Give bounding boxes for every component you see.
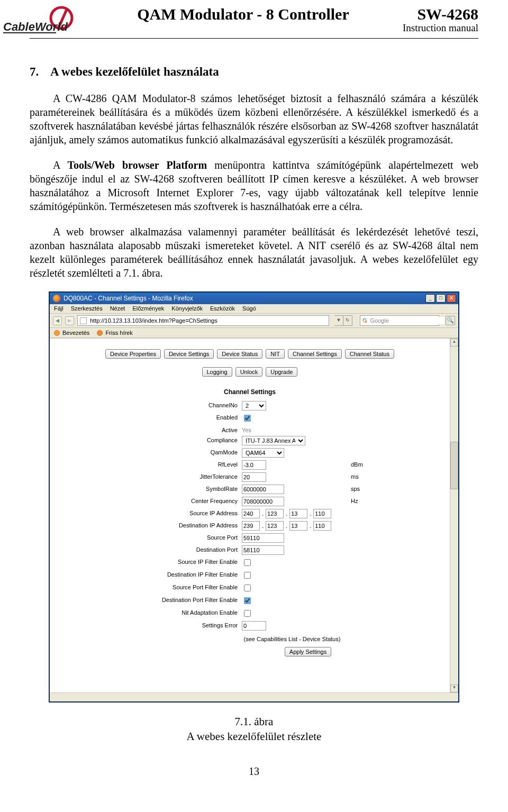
input-dstip-0[interactable] — [242, 521, 260, 531]
status-bar — [50, 692, 458, 701]
input-srcip-1[interactable] — [266, 509, 284, 518]
main-tabs: Device Properties Device Settings Device… — [105, 349, 394, 359]
select-qammode[interactable]: QAM64 — [242, 448, 284, 458]
close-button[interactable]: X — [447, 294, 456, 303]
sw-code: SW-4268 — [403, 5, 478, 23]
header-rule — [30, 38, 478, 39]
tab-channel-settings[interactable]: Channel Settings — [288, 349, 342, 359]
search-input[interactable] — [369, 317, 444, 324]
section-heading: 7. A webes kezelőfelület használata — [30, 65, 478, 79]
form-title: Channel Settings — [224, 388, 276, 396]
caption-line-1: 7.1. ábra — [49, 714, 459, 729]
menu-tools[interactable]: Eszközök — [210, 305, 235, 312]
input-srcport[interactable] — [242, 533, 284, 543]
tab-unlock[interactable]: Unlock — [235, 367, 263, 377]
input-jitter[interactable] — [242, 472, 266, 482]
bookmark-bevezetes[interactable]: Bevezetés — [54, 330, 89, 336]
input-srcip-3[interactable] — [313, 509, 331, 518]
tab-channel-status[interactable]: Channel Status — [345, 349, 394, 359]
menu-edit[interactable]: Szerkesztés — [71, 305, 103, 312]
reload-button[interactable]: ↻ — [343, 315, 352, 326]
address-input[interactable] — [89, 317, 326, 324]
minimize-button[interactable]: _ — [425, 294, 435, 303]
label-serr: Settings Error — [128, 621, 239, 631]
checkbox-sipfe[interactable] — [244, 559, 251, 566]
window-titlebar: DQ800AC - Channel Settings - Mozilla Fir… — [50, 293, 458, 304]
label-dstip: Destination IP Address — [128, 521, 239, 531]
label-compliance: Compliance — [128, 436, 239, 445]
window-title: DQ800AC - Channel Settings - Mozilla Fir… — [64, 295, 193, 302]
scroll-thumb[interactable] — [450, 442, 458, 489]
google-icon: G — [362, 317, 367, 324]
bold-menu-ref: Tools/Web browser Platform — [68, 159, 207, 171]
input-symbolrate[interactable] — [242, 485, 284, 494]
tab-device-status[interactable]: Device Status — [217, 349, 262, 359]
label-spfe: Source Port Filter Enable — [128, 583, 239, 593]
input-srcip-2[interactable] — [289, 509, 307, 518]
figure-7-1: DQ800AC - Channel Settings - Mozilla Fir… — [49, 291, 459, 744]
search-button[interactable]: 🔍 — [446, 316, 455, 325]
input-dstip-1[interactable] — [266, 521, 284, 531]
select-channelno[interactable]: 2 — [242, 401, 266, 410]
menu-file[interactable]: Fájl — [54, 305, 64, 312]
label-dstport: Destination Port — [128, 545, 239, 555]
toolbar: ◄ ► ▼ ↻ G 🔍 — [50, 314, 458, 328]
tab-device-properties[interactable]: Device Properties — [105, 349, 161, 359]
input-srcip-0[interactable] — [242, 509, 260, 518]
checkbox-nitae[interactable] — [244, 610, 251, 617]
checkbox-dipfe[interactable] — [244, 572, 251, 579]
tab-device-settings[interactable]: Device Settings — [164, 349, 214, 359]
menu-view[interactable]: Nézet — [110, 305, 125, 312]
scroll-down-icon[interactable]: ▼ — [450, 685, 458, 692]
search-box[interactable]: G — [360, 315, 439, 326]
menu-history[interactable]: Előzmények — [132, 305, 164, 312]
rss-icon — [97, 330, 103, 336]
input-dstip-2[interactable] — [289, 521, 307, 531]
address-dropdown[interactable]: ▼ ↻ — [334, 315, 352, 326]
input-serr[interactable] — [242, 621, 266, 631]
menu-bookmarks[interactable]: Könyvjelzők — [171, 305, 203, 312]
checkbox-enabled[interactable] — [244, 415, 251, 422]
back-button[interactable]: ◄ — [53, 316, 62, 325]
page-number: 13 — [30, 765, 478, 778]
unit-symbolrate: sps — [351, 485, 372, 494]
checkbox-dpfe[interactable] — [244, 597, 251, 604]
forward-button[interactable]: ► — [65, 316, 74, 325]
label-dpfe: Destination Port Filter Enable — [128, 596, 239, 606]
menu-bar: Fájl Szerkesztés Nézet Előzmények Könyvj… — [50, 304, 458, 314]
address-bar[interactable] — [77, 315, 329, 326]
apply-settings-button[interactable]: Apply Settings — [285, 647, 331, 656]
input-rflevel[interactable] — [242, 460, 266, 470]
scrollbar[interactable]: ▲ ▼ — [450, 339, 458, 692]
label-sipfe: Source IP Filter Enable — [128, 558, 239, 568]
menu-help[interactable]: Súgó — [242, 305, 256, 312]
label-srcport: Source Port — [128, 533, 239, 543]
input-dstport[interactable] — [242, 545, 284, 555]
cableworld-logo: CableWorld — [3, 5, 78, 36]
label-srcip: Source IP Address — [128, 509, 239, 518]
label-nitae: Nit Adaptation Enable — [128, 608, 239, 618]
settings-form: ChannelNo 2 Enabled Active Yes Complianc… — [128, 401, 372, 631]
tab-nit[interactable]: NIT — [266, 349, 285, 359]
capabilities-hint: (see Capabilities List - Device Status) — [159, 636, 341, 642]
maximize-button[interactable]: □ — [436, 294, 446, 303]
srcip-octets: . . . — [242, 509, 348, 518]
tab-upgrade[interactable]: Upgrade — [266, 367, 297, 377]
value-active: Yes — [242, 426, 251, 433]
page-title: QAM Modulator - 8 Controller — [78, 5, 403, 23]
label-symbolrate: SymbolRate — [128, 485, 239, 494]
label-channelno: ChannelNo — [128, 401, 239, 410]
tab-logging[interactable]: Logging — [202, 367, 232, 377]
unit-centerfreq: Hz — [351, 497, 372, 506]
select-compliance[interactable]: ITU-T J.83 Annex A — [242, 436, 305, 445]
input-dstip-3[interactable] — [313, 521, 331, 531]
chevron-down-icon[interactable]: ▼ — [334, 315, 343, 326]
scroll-up-icon[interactable]: ▲ — [450, 339, 458, 346]
page-header: CableWorld QAM Modulator - 8 Controller … — [0, 0, 508, 37]
checkbox-spfe[interactable] — [244, 585, 251, 591]
logo-text: CableWorld — [3, 20, 68, 33]
page-icon — [80, 317, 87, 324]
firefox-icon — [53, 295, 60, 302]
input-centerfreq[interactable] — [242, 497, 284, 506]
bookmark-friss-hirek[interactable]: Friss hírek — [97, 330, 132, 336]
